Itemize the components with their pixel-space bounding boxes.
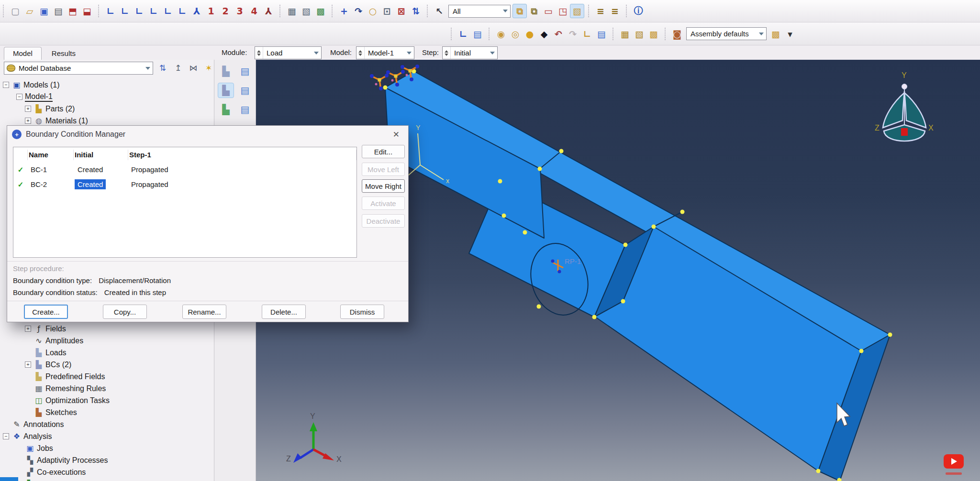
view-iso-axis-icon[interactable]: ⅄: [189, 4, 204, 18]
tree-item-parts-2[interactable]: +▙Parts (2): [0, 103, 213, 115]
assembly-hidden-icon[interactable]: ▧: [632, 27, 646, 41]
export-database-icon[interactable]: ⬓: [80, 4, 94, 18]
chevron-down-icon[interactable]: [757, 28, 766, 40]
bc-name-cell[interactable]: BC-1: [28, 164, 74, 175]
tree-item-fields[interactable]: +ƒFields: [0, 323, 213, 335]
boundary-condition-manager-icon[interactable]: ▤: [237, 83, 253, 98]
bc-initial-cell[interactable]: Created: [75, 179, 106, 189]
part-display-caret-icon[interactable]: ▾: [783, 27, 797, 41]
tree-item-optimization-tasks[interactable]: ◫Optimization Tasks: [0, 394, 213, 406]
table-row-bc-2[interactable]: ✓BC-2CreatedPropagated: [13, 177, 356, 192]
tree-item-adaptivity-processes[interactable]: ▚Adaptivity Processes: [0, 454, 213, 466]
chevron-down-icon[interactable]: [501, 5, 510, 17]
dialog-titlebar[interactable]: + Boundary Condition Manager ✕: [7, 126, 408, 143]
spinner-icon[interactable]: [356, 47, 365, 59]
rotate-view-icon[interactable]: ↷: [351, 4, 366, 18]
view-orientation-yz-icon[interactable]: ∟: [175, 4, 189, 18]
tree-item-item[interactable]: ▚: [0, 478, 213, 481]
cut-instance-icon[interactable]: ◆: [537, 27, 551, 41]
link-objects-icon[interactable]: ⋈: [188, 62, 199, 74]
display-group-ladder-icon[interactable]: ≡: [608, 4, 622, 18]
bc-initial-cell[interactable]: Created: [75, 164, 106, 175]
expander-icon[interactable]: −: [3, 82, 9, 88]
create-boundary-condition-icon[interactable]: ▙: [218, 83, 234, 98]
bc-name-cell[interactable]: BC-2: [28, 179, 74, 189]
merge-instances-outline-icon[interactable]: ◎: [508, 27, 523, 41]
select-nodes-icon[interactable]: ◳: [556, 4, 570, 18]
expander-icon[interactable]: +: [25, 106, 31, 112]
bc-step1-cell[interactable]: Propagated: [128, 179, 356, 189]
create-button[interactable]: Create...: [24, 305, 68, 319]
delete-button[interactable]: Delete...: [262, 305, 306, 319]
view-orientation-zy-icon[interactable]: ∟: [161, 4, 175, 18]
display-group-tree-icon[interactable]: ≡: [593, 4, 608, 18]
render-hidden-icon[interactable]: ▧: [299, 4, 313, 18]
predefined-field-manager-icon[interactable]: ▤: [237, 102, 253, 117]
tree-item-amplitudes[interactable]: ∿Amplitudes: [0, 335, 213, 347]
view-orientation-yx-icon[interactable]: ∟: [118, 4, 132, 18]
view-4-icon[interactable]: 4: [247, 4, 261, 18]
create-boundary-condition-icon[interactable]: ∟: [456, 27, 470, 41]
bc-table[interactable]: NameInitialStep-1 ✓BC-1CreatedPropagated…: [13, 147, 357, 258]
create-predefined-field-icon[interactable]: ▙: [218, 102, 234, 117]
rename-button[interactable]: Rename...: [182, 305, 226, 319]
bc-step1-cell[interactable]: Propagated: [128, 164, 356, 175]
tree-item-remeshing-rules[interactable]: ▦Remeshing Rules: [0, 383, 213, 394]
box-zoom-icon[interactable]: ⊡: [380, 4, 394, 18]
expander-icon[interactable]: +: [25, 118, 31, 124]
load-manager-icon[interactable]: ▤: [237, 64, 253, 79]
model-combobox[interactable]: Model-1: [356, 46, 414, 59]
copy-button[interactable]: Copy...: [103, 305, 147, 319]
select-region-icon[interactable]: ▭: [541, 4, 556, 18]
table-row-bc-1[interactable]: ✓BC-1CreatedPropagated: [13, 162, 356, 177]
render-shaded-icon[interactable]: ▩: [313, 4, 328, 18]
color-palette-icon[interactable]: ◙: [670, 27, 684, 41]
create-load-icon[interactable]: ▙: [218, 64, 234, 79]
model-database-combobox[interactable]: Model Database: [4, 62, 153, 75]
create-feature-icon[interactable]: ∟: [580, 27, 594, 41]
chevron-down-icon[interactable]: [143, 62, 153, 74]
collapse-branch-icon[interactable]: ↥: [172, 62, 184, 74]
column-header-step-1[interactable]: Step-1: [128, 150, 356, 160]
magnify-view-icon[interactable]: ○: [366, 4, 380, 18]
select-groups-icon[interactable]: ⧉: [527, 4, 541, 18]
render-wireframe-icon[interactable]: ▦: [285, 4, 299, 18]
tree-item-co-executions[interactable]: ▞Co-executions: [0, 466, 213, 478]
select-entities-icon[interactable]: ⧉: [512, 4, 527, 18]
tab-model[interactable]: Model: [4, 47, 42, 60]
chevron-down-icon[interactable]: [404, 47, 414, 59]
expander-icon[interactable]: +: [25, 361, 31, 368]
tree-item-sketches[interactable]: ▙Sketches: [0, 406, 213, 418]
instance-ellipse-icon[interactable]: ●: [523, 27, 537, 41]
print-icon[interactable]: ▤: [51, 4, 66, 18]
view-orientation-xy-icon[interactable]: ∟: [103, 4, 118, 18]
part-display-icon[interactable]: ▩: [768, 27, 783, 41]
close-icon[interactable]: ✕: [389, 129, 403, 141]
column-header-initial[interactable]: Initial: [74, 150, 128, 160]
view-2-icon[interactable]: 2: [218, 4, 233, 18]
tree-item-bcs-2[interactable]: +▙BCs (2): [0, 359, 213, 371]
redo-icon[interactable]: ↷: [566, 27, 580, 41]
save-icon[interactable]: ▣: [37, 4, 51, 18]
import-database-icon[interactable]: ⬒: [66, 4, 80, 18]
edit-button[interactable]: Edit...: [362, 145, 405, 158]
tree-item-loads[interactable]: ▙Loads: [0, 347, 213, 359]
tree-item-model-1[interactable]: −Model-1: [0, 91, 213, 103]
chevron-down-icon[interactable]: [488, 47, 497, 59]
chevron-down-icon[interactable]: [312, 47, 321, 59]
cycle-views-icon[interactable]: ⇅: [409, 4, 423, 18]
tree-item-predefined-fields[interactable]: ▙Predefined Fields: [0, 371, 213, 383]
tree-item-annotations[interactable]: ✎Annotations: [0, 418, 213, 430]
pan-view-icon[interactable]: +: [337, 4, 351, 18]
view-orientation-zx-icon[interactable]: ∟: [146, 4, 161, 18]
query-info-icon[interactable]: ⓘ: [631, 4, 646, 18]
undo-icon[interactable]: ↶: [551, 27, 566, 41]
view-custom-axis-icon[interactable]: ⅄: [261, 4, 276, 18]
boundary-condition-manager-icon[interactable]: ▤: [470, 27, 485, 41]
selection-filter-combobox[interactable]: All: [448, 5, 511, 18]
spinner-icon[interactable]: [443, 47, 451, 59]
select-shaded-icon[interactable]: ▧: [570, 4, 584, 18]
dismiss-button[interactable]: Dismiss: [340, 305, 384, 319]
expander-icon[interactable]: −: [3, 433, 9, 439]
module-combobox[interactable]: Load: [255, 46, 322, 59]
